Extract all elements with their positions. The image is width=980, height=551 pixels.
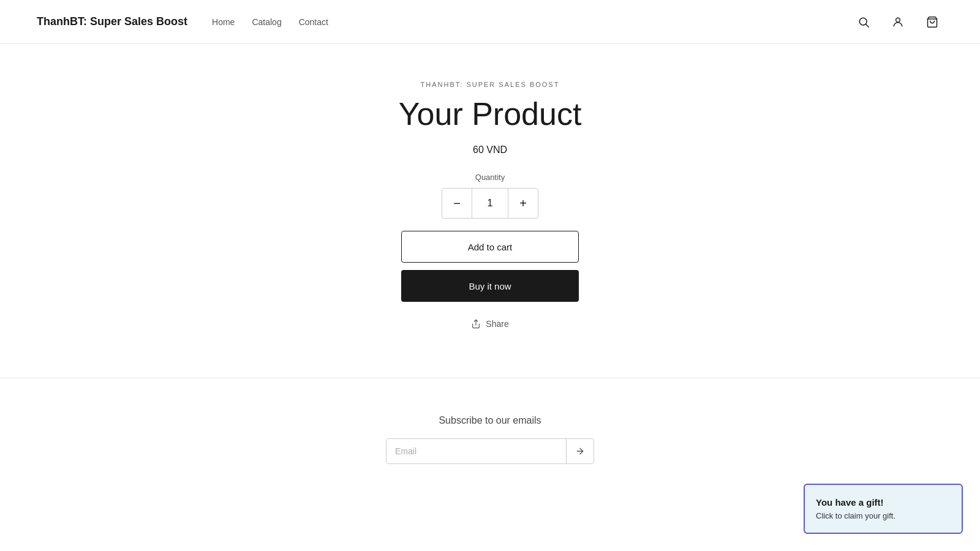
subscribe-title: Subscribe to our emails xyxy=(439,415,541,426)
subscribe-form xyxy=(386,438,594,464)
add-to-cart-button[interactable]: Add to cart xyxy=(401,231,579,263)
share-icon xyxy=(471,319,481,329)
main-nav: Home Catalog Contact xyxy=(212,17,328,27)
header: ThanhBT: Super Sales Boost Home Catalog … xyxy=(0,0,980,44)
nav-contact[interactable]: Contact xyxy=(299,17,328,27)
email-input[interactable] xyxy=(386,439,566,463)
subscribe-section: Subscribe to our emails xyxy=(0,378,980,489)
nav-catalog[interactable]: Catalog xyxy=(252,17,281,27)
search-icon xyxy=(858,16,870,28)
logo[interactable]: ThanhBT: Super Sales Boost xyxy=(37,15,187,28)
quantity-label: Quantity xyxy=(475,173,505,182)
header-right xyxy=(853,11,943,33)
gift-popup[interactable]: You have a gift! Click to claim your gif… xyxy=(804,484,963,534)
share-button[interactable]: Share xyxy=(471,319,508,329)
account-button[interactable] xyxy=(887,11,909,33)
gift-popup-title: You have a gift! xyxy=(816,497,951,508)
product-page: THANHBT: SUPER SALES BOOST Your Product … xyxy=(0,44,980,378)
decrease-quantity-button[interactable]: − xyxy=(442,189,472,218)
quantity-value: 1 xyxy=(472,189,508,218)
buy-it-now-button[interactable]: Buy it now xyxy=(401,270,579,302)
product-brand: THANHBT: SUPER SALES BOOST xyxy=(421,81,560,88)
svg-point-2 xyxy=(896,18,900,22)
product-title: Your Product xyxy=(399,96,582,132)
arrow-right-icon xyxy=(575,446,585,456)
search-button[interactable] xyxy=(853,11,875,33)
cart-button[interactable] xyxy=(921,11,943,33)
gift-popup-subtitle: Click to claim your gift. xyxy=(816,511,951,520)
subscribe-submit-button[interactable] xyxy=(566,439,594,463)
header-left: ThanhBT: Super Sales Boost Home Catalog … xyxy=(37,15,328,28)
account-icon xyxy=(892,16,904,28)
share-label: Share xyxy=(486,319,508,329)
quantity-control: − 1 + xyxy=(442,188,538,219)
svg-line-1 xyxy=(866,24,869,27)
cart-icon xyxy=(926,16,938,28)
increase-quantity-button[interactable]: + xyxy=(508,189,538,218)
product-price: 60 VND xyxy=(473,144,507,156)
nav-home[interactable]: Home xyxy=(212,17,235,27)
